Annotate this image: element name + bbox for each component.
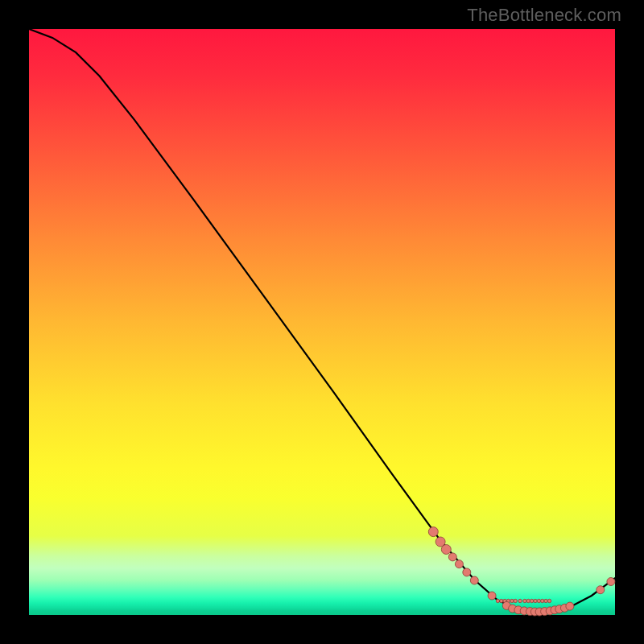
data-point — [441, 545, 451, 555]
data-point — [566, 602, 574, 610]
data-point — [428, 527, 438, 537]
label-dot — [530, 599, 533, 602]
label-dot — [547, 599, 551, 602]
bottleneck-curve — [29, 29, 615, 612]
label-dot — [514, 599, 517, 602]
label-dot — [523, 599, 526, 602]
label-dot — [541, 599, 544, 602]
label-dot — [526, 599, 530, 602]
data-point — [463, 568, 471, 576]
data-point — [597, 586, 605, 594]
chart-frame: TheBottleneck.com — [0, 0, 644, 644]
label-dot — [544, 599, 547, 602]
label-dot — [496, 599, 499, 602]
label-dot — [510, 599, 514, 602]
label-dot — [518, 599, 522, 602]
label-dot — [500, 599, 503, 602]
data-point — [455, 560, 463, 568]
data-point — [607, 578, 615, 586]
data-point — [470, 576, 478, 584]
label-dot — [537, 599, 540, 602]
plot-area — [29, 29, 615, 615]
watermark-text: TheBottleneck.com — [467, 5, 621, 26]
label-dot — [534, 599, 537, 602]
data-point — [488, 592, 496, 600]
data-point — [448, 553, 456, 561]
chart-svg — [29, 29, 615, 615]
